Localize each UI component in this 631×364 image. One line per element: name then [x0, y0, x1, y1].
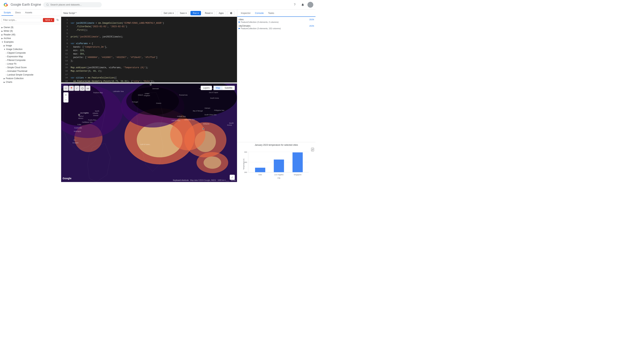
- satellite-view-button[interactable]: Satellite: [222, 86, 235, 90]
- fullscreen-button[interactable]: ⤢: [230, 175, 235, 180]
- help-button[interactable]: ?: [291, 2, 298, 8]
- editor-toolbar: New Script * Get Link ▾ Save ▾ Run ▾ Res…: [61, 10, 237, 17]
- tree-item-filtered-composite[interactable]: ▪ Filtered Composite: [0, 58, 61, 62]
- tree-item-clipped-composite[interactable]: ▪ Clipped Composite: [0, 51, 61, 55]
- polygon-tool-button[interactable]: ⬡: [80, 86, 85, 91]
- svg-text:Kingdom: Kingdom: [144, 95, 150, 96]
- search-input[interactable]: [50, 3, 99, 6]
- tree-item-image[interactable]: ▶ Image: [0, 44, 61, 48]
- tree-item-charts[interactable]: ▶ Charts: [0, 80, 61, 84]
- code-line-15: 15Map.addLayer(jan2023Climate, visParams…: [61, 66, 237, 70]
- console-output: cities JSON ▶ FeatureCollection (3 eleme…: [237, 17, 315, 142]
- new-script-button[interactable]: NEW ▾: [43, 18, 54, 22]
- terms-link[interactable]: Terms: [231, 179, 236, 181]
- layers-button[interactable]: Layers: [201, 86, 212, 90]
- expand-climates[interactable]: ▶: [239, 27, 240, 30]
- code-line-5: 5: [61, 32, 237, 35]
- logo: Google Earth Engine: [2, 1, 41, 8]
- tree-item-feature-collection[interactable]: ▶ Feature Collection: [0, 76, 61, 80]
- center-panel: New Script * Get Link ▾ Save ▾ Run ▾ Res…: [61, 10, 237, 182]
- tree-item-archive[interactable]: ▶ Archive: [0, 36, 61, 40]
- map-visualization: Hudson Bay Labrador Sea North Atlantic O…: [61, 84, 237, 182]
- svg-text:Ecuador: Ecuador: [73, 142, 79, 144]
- map-view-button[interactable]: Map: [214, 86, 222, 90]
- svg-line-2: [48, 5, 49, 6]
- refresh-button[interactable]: ↻: [56, 18, 60, 22]
- svg-text:Google: Google: [63, 177, 71, 180]
- bar-singapore: [293, 152, 303, 172]
- code-line-11: 11 max: 304,: [61, 52, 237, 56]
- tab-scripts[interactable]: Scripts: [2, 10, 13, 16]
- svg-text:United: United: [145, 93, 149, 94]
- map-area[interactable]: Hudson Bay Labrador Sea North Atlantic O…: [61, 84, 237, 182]
- notification-button[interactable]: [299, 2, 306, 8]
- code-line-6: 6print('jan2023Climate', jan2023Climate)…: [61, 35, 237, 39]
- tree-item-writer[interactable]: ▶ Writer (9): [0, 29, 61, 33]
- user-avatar[interactable]: [307, 2, 313, 8]
- tab-console[interactable]: Console: [253, 10, 266, 16]
- zoom-out-button[interactable]: −: [63, 98, 69, 102]
- svg-point-12: [203, 156, 221, 169]
- search-bar[interactable]: [43, 2, 102, 7]
- right-tab-bar: Inspector Console Tasks: [237, 10, 315, 17]
- chart-expand-button[interactable]: ⤢: [311, 148, 314, 151]
- chart-area: ⤢ 300 280 260 Tempera: [239, 148, 314, 180]
- tree-item-reader[interactable]: ▶ Reader (40): [0, 33, 61, 36]
- code-editor[interactable]: 1 2var jan2023Climate = ee.ImageCollecti…: [61, 17, 237, 82]
- bar-chart-svg: 300 280 260 Temperature (K): [242, 148, 310, 180]
- apps-button[interactable]: Apps: [216, 11, 226, 15]
- left-tab-bar: Scripts Docs Assets: [0, 10, 61, 16]
- svg-point-53: [78, 114, 80, 116]
- right-panel: Inspector Console Tasks cities JSON ▶ Fe…: [237, 10, 315, 182]
- code-line-3: 3 .filterDate('2023-01-01', '2023-02-01'…: [61, 25, 237, 28]
- tree-item-linear-fit[interactable]: ▪ Linear Fit: [0, 62, 61, 66]
- svg-text:260: 260: [244, 172, 247, 173]
- tree-item-examples[interactable]: ▼ Examples: [0, 40, 61, 44]
- json-badge-cities[interactable]: JSON: [309, 18, 314, 20]
- line-tool-button[interactable]: ∕: [74, 86, 79, 91]
- tab-inspector[interactable]: Inspector: [239, 10, 253, 16]
- tree-item-landsat-simple[interactable]: ▪ Landsat Simple Composite: [0, 73, 61, 76]
- svg-text:Hudson Bay: Hudson Bay: [93, 92, 103, 94]
- tab-assets[interactable]: Assets: [23, 10, 34, 16]
- header-actions: ?: [291, 2, 313, 8]
- filter-input[interactable]: [2, 18, 42, 22]
- code-line-18: 18var cities = ee.FeatureCollection([: [61, 76, 237, 80]
- svg-text:300: 300: [244, 151, 247, 153]
- get-link-button[interactable]: Get Link ▾: [161, 11, 176, 15]
- keyboard-shortcuts[interactable]: Keyboard shortcuts: [173, 179, 189, 181]
- svg-text:Cuba: Cuba: [77, 124, 81, 126]
- rectangle-tool-button[interactable]: ▭: [85, 86, 90, 91]
- zoom-in-button[interactable]: +: [63, 92, 69, 98]
- script-tree: ▶ Owner (9) ▶ Writer (9) ▶ Reader (40) ▶…: [0, 24, 61, 182]
- svg-text:Guatemala: Guatemala: [74, 127, 82, 129]
- svg-text:South China Sea: South China Sea: [204, 114, 217, 116]
- tab-tasks[interactable]: Tasks: [266, 10, 276, 16]
- save-button[interactable]: Save ▾: [177, 11, 189, 15]
- code-line-10: 10 min: 229,: [61, 49, 237, 52]
- tree-item-image-collection[interactable]: ▼ Image Collection: [0, 48, 61, 51]
- tree-item-simple-cloud-score[interactable]: ▪ Simple Cloud Score: [0, 66, 61, 69]
- svg-text:Bay of Bengal: Bay of Bengal: [193, 110, 203, 112]
- svg-text:Arabian Sea: Arabian Sea: [177, 116, 186, 117]
- run-button[interactable]: Run ▾: [190, 11, 201, 15]
- script-toolbar: NEW ▾ ↻: [0, 16, 61, 24]
- expand-cities[interactable]: ▶: [239, 21, 240, 23]
- map-type-controls: Layers Map Satellite: [201, 86, 235, 90]
- tree-item-expression-map[interactable]: ▪ Expression Map: [0, 55, 61, 58]
- svg-text:Mexico: Mexico: [78, 118, 83, 119]
- code-line-8: 8var visParams = {: [61, 42, 237, 46]
- svg-text:Gulf of: Gulf of: [79, 116, 83, 117]
- pan-tool-button[interactable]: ☞: [63, 86, 69, 91]
- tree-item-animated-thumbnail[interactable]: ▪ Animated Thumbnail: [0, 69, 61, 73]
- json-badge-climates[interactable]: JSON: [309, 25, 314, 27]
- bar-los-angeles: [274, 160, 284, 172]
- tree-item-owner[interactable]: ▶ Owner (9): [0, 26, 61, 29]
- svg-text:Malaysia: Malaysia: [203, 123, 209, 125]
- reset-button[interactable]: Reset ▾: [202, 11, 215, 15]
- point-tool-button[interactable]: 📍: [69, 86, 74, 91]
- tab-docs[interactable]: Docs: [13, 10, 23, 16]
- svg-text:North: North: [95, 110, 99, 112]
- settings-button[interactable]: [228, 11, 235, 15]
- svg-point-54: [150, 84, 151, 85]
